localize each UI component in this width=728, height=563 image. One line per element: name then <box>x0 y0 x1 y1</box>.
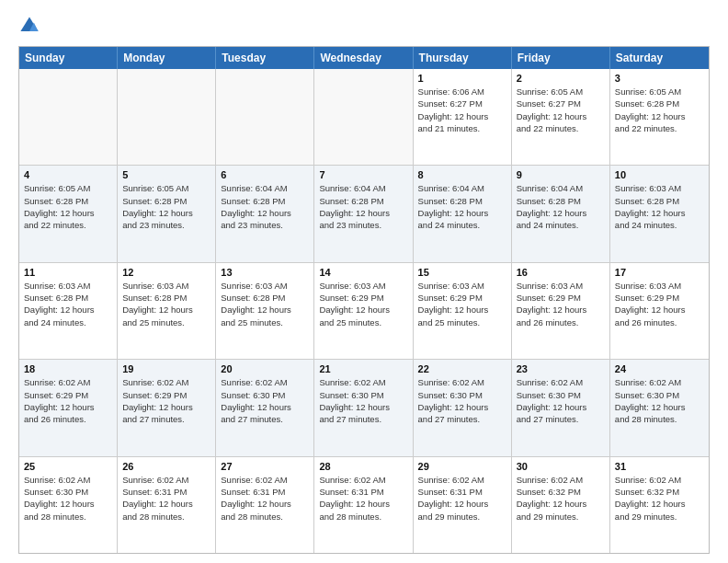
day-number: 15 <box>418 267 506 278</box>
calendar-row-3: 11Sunrise: 6:03 AM Sunset: 6:28 PM Dayli… <box>19 263 709 360</box>
day-number: 18 <box>24 363 112 374</box>
calendar-cell: 26Sunrise: 6:02 AM Sunset: 6:31 PM Dayli… <box>118 457 216 553</box>
day-info: Sunrise: 6:02 AM Sunset: 6:30 PM Dayligh… <box>418 376 506 425</box>
calendar-row-5: 25Sunrise: 6:02 AM Sunset: 6:30 PM Dayli… <box>19 457 709 553</box>
day-number: 11 <box>24 267 112 278</box>
day-number: 12 <box>122 267 210 278</box>
calendar-cell: 24Sunrise: 6:02 AM Sunset: 6:30 PM Dayli… <box>610 360 709 455</box>
calendar-cell: 7Sunrise: 6:04 AM Sunset: 6:28 PM Daylig… <box>314 166 413 261</box>
day-info: Sunrise: 6:04 AM Sunset: 6:28 PM Dayligh… <box>319 182 407 231</box>
day-info: Sunrise: 6:05 AM Sunset: 6:27 PM Dayligh… <box>517 86 605 134</box>
calendar-body: 1Sunrise: 6:06 AM Sunset: 6:27 PM Daylig… <box>19 69 709 553</box>
day-number: 19 <box>122 363 210 374</box>
day-info: Sunrise: 6:04 AM Sunset: 6:28 PM Dayligh… <box>418 182 506 231</box>
day-info: Sunrise: 6:04 AM Sunset: 6:28 PM Dayligh… <box>517 182 605 231</box>
calendar-cell: 27Sunrise: 6:02 AM Sunset: 6:31 PM Dayli… <box>216 457 314 553</box>
day-number: 3 <box>615 73 704 84</box>
calendar-cell: 4Sunrise: 6:05 AM Sunset: 6:28 PM Daylig… <box>19 166 118 261</box>
calendar-cell: 9Sunrise: 6:04 AM Sunset: 6:28 PM Daylig… <box>512 166 610 261</box>
day-info: Sunrise: 6:02 AM Sunset: 6:29 PM Dayligh… <box>122 376 210 425</box>
calendar-cell: 10Sunrise: 6:03 AM Sunset: 6:28 PM Dayli… <box>610 166 709 261</box>
calendar-cell: 20Sunrise: 6:02 AM Sunset: 6:30 PM Dayli… <box>216 360 314 455</box>
header-sunday: Sunday <box>19 47 118 69</box>
day-info: Sunrise: 6:03 AM Sunset: 6:28 PM Dayligh… <box>615 182 704 231</box>
day-info: Sunrise: 6:03 AM Sunset: 6:29 PM Dayligh… <box>418 280 506 328</box>
calendar-cell: 29Sunrise: 6:02 AM Sunset: 6:31 PM Dayli… <box>414 457 512 553</box>
header-monday: Monday <box>118 47 216 69</box>
header-wednesday: Wednesday <box>314 47 413 69</box>
calendar-cell: 30Sunrise: 6:02 AM Sunset: 6:32 PM Dayli… <box>512 457 610 553</box>
day-info: Sunrise: 6:02 AM Sunset: 6:31 PM Dayligh… <box>418 474 506 523</box>
day-info: Sunrise: 6:02 AM Sunset: 6:30 PM Dayligh… <box>615 376 704 425</box>
day-info: Sunrise: 6:03 AM Sunset: 6:29 PM Dayligh… <box>517 280 605 328</box>
day-info: Sunrise: 6:06 AM Sunset: 6:27 PM Dayligh… <box>418 86 506 134</box>
day-info: Sunrise: 6:02 AM Sunset: 6:32 PM Dayligh… <box>517 474 605 523</box>
calendar-cell: 8Sunrise: 6:04 AM Sunset: 6:28 PM Daylig… <box>414 166 512 261</box>
day-info: Sunrise: 6:03 AM Sunset: 6:29 PM Dayligh… <box>319 280 407 328</box>
day-number: 21 <box>319 363 407 374</box>
calendar-row-4: 18Sunrise: 6:02 AM Sunset: 6:29 PM Dayli… <box>19 360 709 456</box>
day-number: 22 <box>418 363 506 374</box>
header-saturday: Saturday <box>610 47 709 69</box>
header-friday: Friday <box>512 47 610 69</box>
day-info: Sunrise: 6:02 AM Sunset: 6:29 PM Dayligh… <box>24 376 112 425</box>
day-number: 26 <box>122 461 210 472</box>
day-number: 17 <box>615 267 704 278</box>
day-info: Sunrise: 6:02 AM Sunset: 6:30 PM Dayligh… <box>24 474 112 523</box>
day-number: 30 <box>517 461 605 472</box>
day-info: Sunrise: 6:02 AM Sunset: 6:30 PM Dayligh… <box>517 376 605 425</box>
day-info: Sunrise: 6:05 AM Sunset: 6:28 PM Dayligh… <box>122 182 210 231</box>
calendar-cell: 2Sunrise: 6:05 AM Sunset: 6:27 PM Daylig… <box>512 69 610 165</box>
day-info: Sunrise: 6:02 AM Sunset: 6:30 PM Dayligh… <box>221 376 309 425</box>
day-number: 5 <box>122 169 210 180</box>
day-info: Sunrise: 6:02 AM Sunset: 6:31 PM Dayligh… <box>319 474 407 523</box>
calendar-cell: 14Sunrise: 6:03 AM Sunset: 6:29 PM Dayli… <box>314 263 413 359</box>
day-info: Sunrise: 6:05 AM Sunset: 6:28 PM Dayligh… <box>615 86 704 134</box>
calendar-cell: 16Sunrise: 6:03 AM Sunset: 6:29 PM Dayli… <box>512 263 610 359</box>
calendar-cell: 31Sunrise: 6:02 AM Sunset: 6:32 PM Dayli… <box>610 457 709 553</box>
calendar-cell <box>216 69 314 165</box>
calendar-cell <box>118 69 216 165</box>
calendar-cell: 6Sunrise: 6:04 AM Sunset: 6:28 PM Daylig… <box>216 166 314 261</box>
header <box>18 15 710 37</box>
day-number: 10 <box>615 169 704 180</box>
calendar-header: Sunday Monday Tuesday Wednesday Thursday… <box>19 47 709 69</box>
day-number: 6 <box>221 169 309 180</box>
calendar-row-1: 1Sunrise: 6:06 AM Sunset: 6:27 PM Daylig… <box>19 69 709 166</box>
calendar-cell <box>314 69 413 165</box>
header-tuesday: Tuesday <box>216 47 314 69</box>
day-number: 14 <box>319 267 407 278</box>
day-info: Sunrise: 6:02 AM Sunset: 6:31 PM Dayligh… <box>122 474 210 523</box>
day-number: 24 <box>615 363 704 374</box>
calendar-cell: 21Sunrise: 6:02 AM Sunset: 6:30 PM Dayli… <box>314 360 413 455</box>
calendar-cell: 22Sunrise: 6:02 AM Sunset: 6:30 PM Dayli… <box>414 360 512 455</box>
day-number: 20 <box>221 363 309 374</box>
calendar-cell: 18Sunrise: 6:02 AM Sunset: 6:29 PM Dayli… <box>19 360 118 455</box>
calendar-cell: 11Sunrise: 6:03 AM Sunset: 6:28 PM Dayli… <box>19 263 118 359</box>
day-number: 7 <box>319 169 407 180</box>
day-number: 1 <box>418 73 506 84</box>
day-number: 8 <box>418 169 506 180</box>
calendar-cell: 5Sunrise: 6:05 AM Sunset: 6:28 PM Daylig… <box>118 166 216 261</box>
day-number: 28 <box>319 461 407 472</box>
day-info: Sunrise: 6:03 AM Sunset: 6:29 PM Dayligh… <box>615 280 704 328</box>
day-info: Sunrise: 6:02 AM Sunset: 6:30 PM Dayligh… <box>319 376 407 425</box>
day-number: 13 <box>221 267 309 278</box>
calendar-row-2: 4Sunrise: 6:05 AM Sunset: 6:28 PM Daylig… <box>19 166 709 262</box>
calendar-cell <box>19 69 118 165</box>
calendar-cell: 19Sunrise: 6:02 AM Sunset: 6:29 PM Dayli… <box>118 360 216 455</box>
day-info: Sunrise: 6:02 AM Sunset: 6:32 PM Dayligh… <box>615 474 704 523</box>
calendar-cell: 28Sunrise: 6:02 AM Sunset: 6:31 PM Dayli… <box>314 457 413 553</box>
day-info: Sunrise: 6:03 AM Sunset: 6:28 PM Dayligh… <box>24 280 112 328</box>
day-info: Sunrise: 6:03 AM Sunset: 6:28 PM Dayligh… <box>221 280 309 328</box>
day-info: Sunrise: 6:04 AM Sunset: 6:28 PM Dayligh… <box>221 182 309 231</box>
day-number: 29 <box>418 461 506 472</box>
day-info: Sunrise: 6:02 AM Sunset: 6:31 PM Dayligh… <box>221 474 309 523</box>
day-info: Sunrise: 6:03 AM Sunset: 6:28 PM Dayligh… <box>122 280 210 328</box>
calendar-cell: 23Sunrise: 6:02 AM Sunset: 6:30 PM Dayli… <box>512 360 610 455</box>
calendar-cell: 13Sunrise: 6:03 AM Sunset: 6:28 PM Dayli… <box>216 263 314 359</box>
calendar: Sunday Monday Tuesday Wednesday Thursday… <box>18 46 710 554</box>
day-number: 9 <box>517 169 605 180</box>
calendar-cell: 3Sunrise: 6:05 AM Sunset: 6:28 PM Daylig… <box>610 69 709 165</box>
logo <box>18 15 44 37</box>
